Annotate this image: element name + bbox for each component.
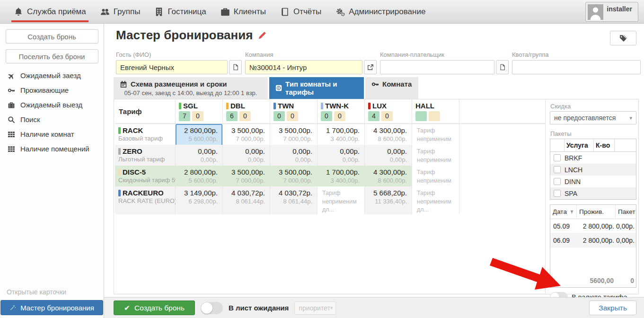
top-nav-items: Служба приёмаГруппыГостиницаКлиентыОтчёт… — [7, 0, 432, 23]
nav-item-gears[interactable]: Администрирование — [328, 0, 432, 23]
sidebar-item-1[interactable]: Проживающие — [0, 83, 104, 97]
create-booking-button[interactable]: Создать бронь — [6, 29, 98, 44]
sidebar-items: Ожидаемый заездПроживающиеОжидаемый выез… — [0, 68, 104, 156]
rate-row-RACK: RACKБазовый тариф2 800,00р.5 600,00р.3 5… — [115, 124, 545, 145]
external-link-icon — [367, 64, 374, 71]
day-stay-price: 2 800,00р. — [577, 222, 616, 230]
guest-input[interactable] — [116, 60, 228, 74]
room-type-header-HALL[interactable]: HALL — [412, 99, 459, 124]
rate-cell-RACKEURO-SGL[interactable]: 3 149,00р.6 298,00р. — [176, 186, 223, 214]
rate-cell-RACKEURO-LUX[interactable]: 5 668,20р.11 336,40р. — [365, 186, 412, 214]
nav-item-briefcase[interactable]: Клиенты — [213, 0, 273, 23]
tab-content-panel: ТарифSGL70DBL60TWN00TWN-K00LUX40HALLRACK… — [114, 99, 639, 294]
room-type-code: TWN — [278, 102, 294, 110]
price-per-night: 3 149,00р. — [176, 189, 218, 197]
rate-cell-RACKEURO-TWN[interactable]: 4 030,72р.8 061,44р. — [270, 186, 318, 214]
busy-count-badge: 0 — [381, 111, 393, 121]
create-booking-submit-button[interactable]: ✔ Создать бронь — [114, 300, 195, 315]
grid-icon — [8, 145, 15, 153]
close-button[interactable]: Закрыть — [589, 300, 636, 315]
room-type-header-SGL[interactable]: SGL70 — [176, 99, 223, 124]
edit-pencil-icon[interactable] — [258, 31, 267, 40]
day-col-date-label: Дата — [553, 208, 567, 215]
price-per-night: 4 030,72р. — [270, 189, 312, 197]
package-checkbox-LNCH[interactable] — [554, 166, 561, 173]
key-icon — [8, 87, 15, 94]
guest-card-button[interactable] — [229, 60, 242, 74]
chevron-down-icon: ▾ — [330, 305, 333, 311]
open-card-label: Мастер бронирования — [20, 304, 94, 312]
sidebar-item-3[interactable]: Поиск — [0, 112, 104, 127]
payer-input[interactable] — [380, 60, 494, 74]
tab-2[interactable]: Комната — [365, 77, 418, 99]
total-stay: 5600,00 — [577, 277, 616, 284]
sidebar-item-2[interactable]: Ожидаемый выезд — [0, 97, 104, 112]
rate-row-ZERO: ZEROЛьготный тариф0,00р.0,00р.0,00р.0,00… — [115, 145, 545, 166]
user-name: installer — [607, 5, 632, 19]
room-type-header-TWN[interactable]: TWN00 — [270, 99, 318, 124]
open-card-booking-wizard-button[interactable]: Мастер бронирования — [0, 300, 103, 315]
nav-item-label: Группы — [114, 7, 141, 17]
tariff-code: RACKEURO — [123, 189, 164, 197]
price-total: 7 000,00р. — [223, 135, 265, 142]
day-col-stay: Прожив. — [577, 205, 616, 219]
free-count-badge — [415, 111, 427, 121]
tab-title: Тип комнаты и тарифы — [275, 80, 358, 96]
package-checkbox-DINN[interactable] — [554, 178, 561, 185]
quota-input[interactable] — [512, 60, 641, 74]
price-total: 6 298,00р. — [176, 198, 218, 205]
nav-item-book[interactable]: Отчёты — [273, 0, 328, 23]
package-checkbox-SPA[interactable] — [554, 190, 561, 197]
day-package-price: 0,00р. — [616, 237, 636, 244]
sidebar-item-5[interactable]: Наличие помещений — [0, 141, 104, 156]
price-total: 0,00р. — [176, 156, 218, 163]
room-type-code: SGL — [183, 102, 198, 110]
sidebar-item-label: Поиск — [20, 115, 40, 124]
right-column: Скидка не предоставляется ▾ Пакеты Услуг… — [550, 101, 636, 292]
company-input[interactable] — [245, 60, 362, 74]
tab-1[interactable]: Тип комнаты и тарифыSGL RACK — [269, 77, 364, 99]
day-col-date[interactable]: Дата — [550, 205, 577, 219]
price-per-night: 0,00р. — [223, 147, 265, 155]
tags-button[interactable] — [610, 31, 636, 45]
sidebar-item-4[interactable]: Наличие комнат — [0, 127, 104, 141]
room-type-header-TWN-K[interactable]: TWN-K00 — [318, 99, 365, 124]
nav-item-users[interactable]: Группы — [93, 0, 148, 23]
free-count-badge: 0 — [273, 111, 285, 121]
guest-label: Гость (ФИО) — [116, 51, 242, 58]
room-type-header-DBL[interactable]: DBL60 — [223, 99, 270, 124]
nav-item-label: Служба приёма — [27, 7, 86, 17]
rate-table: ТарифSGL70DBL60TWN00TWN-K00LUX40HALLRACK… — [115, 99, 546, 294]
rate-cell-RACKEURO-TWN-K: Тарифнеприменим дл... — [318, 186, 365, 214]
tariff-name-RACKEURO[interactable]: RACKEURORACK RATE (EURO) — [115, 186, 176, 214]
payer-card-button[interactable] — [496, 60, 509, 74]
nav-item-label: Гостиница — [168, 7, 206, 17]
nav-item-bell[interactable]: Служба приёма — [7, 0, 93, 23]
sidebar-item-0[interactable]: Ожидаемый заезд — [0, 68, 104, 83]
discount-select[interactable]: не предоставляется ▾ — [550, 111, 636, 124]
tab-0[interactable]: Схема размещения и сроки05-07 сен, заезд… — [114, 77, 268, 99]
company-open-button[interactable] — [364, 60, 377, 74]
busy-count-badge: 0 — [192, 111, 203, 121]
checkin-without-booking-button[interactable]: Поселить без брони — [6, 49, 98, 63]
building-icon — [154, 7, 164, 17]
price-total: 8 600,00р. — [365, 177, 407, 184]
room-type-header-LUX[interactable]: LUX40 — [365, 99, 412, 124]
nav-item-building[interactable]: Гостиница — [147, 0, 213, 23]
packages-table: УслугаК-воBRKFLNCHDINNSPA — [550, 139, 636, 200]
wizard-tabs: Схема размещения и сроки05-07 сен, заезд… — [114, 77, 418, 99]
price-total: 8 061,44р. — [223, 198, 265, 205]
package-checkbox-BRKF[interactable] — [554, 154, 561, 161]
waiting-list-toggle[interactable] — [201, 302, 223, 314]
sidebar-item-label: Наличие помещений — [20, 145, 89, 153]
tab-subtitle: 05-07 сен, заезд с 14:00, выезд до 12:00… — [120, 89, 262, 97]
rate-cell-RACKEURO-DBL[interactable]: 4 030,72р.8 061,44р. — [223, 186, 270, 214]
room-type-code: DBL — [230, 102, 245, 110]
price-per-night: 0,00р. — [270, 147, 312, 155]
quota-label: Квота/группа — [512, 51, 641, 58]
day-date: 05.09 — [550, 222, 577, 230]
day-stay-price: 2 800,00р. — [577, 237, 616, 244]
user-badge[interactable]: installer — [585, 2, 638, 22]
open-cards-label: Открытые карточки — [7, 288, 66, 296]
package-row-LNCH: LNCH — [550, 164, 636, 176]
